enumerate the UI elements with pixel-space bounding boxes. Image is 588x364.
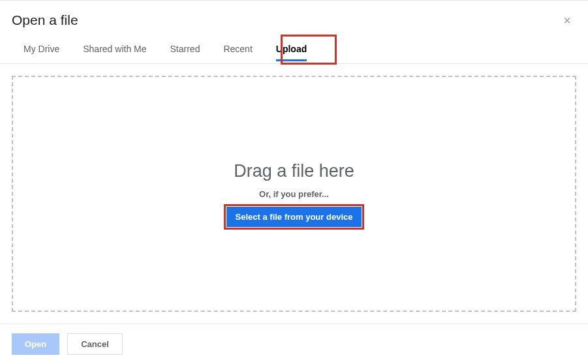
dialog-header: Open a file × <box>0 1 588 35</box>
or-text: Or, if you prefer... <box>259 189 329 199</box>
open-button[interactable]: Open <box>12 333 59 355</box>
open-file-dialog: Open a file × My Drive Shared with Me St… <box>0 0 588 364</box>
close-icon: × <box>563 13 571 27</box>
dialog-footer: Open Cancel <box>0 324 588 364</box>
tab-starred[interactable]: Starred <box>159 35 212 63</box>
select-file-button[interactable]: Select a file from your device <box>226 207 362 227</box>
tab-bar: My Drive Shared with Me Starred Recent U… <box>0 35 588 64</box>
upload-dropzone[interactable]: Drag a file here Or, if you prefer... Se… <box>12 76 576 312</box>
drag-instruction-text: Drag a file here <box>234 161 354 181</box>
tab-recent[interactable]: Recent <box>211 35 264 63</box>
cancel-button[interactable]: Cancel <box>67 333 123 355</box>
tab-my-drive[interactable]: My Drive <box>12 35 71 63</box>
content-area: Drag a file here Or, if you prefer... Se… <box>0 64 588 324</box>
select-button-wrap: Select a file from your device <box>226 207 362 227</box>
tab-upload[interactable]: Upload <box>264 35 318 63</box>
tab-shared-with-me[interactable]: Shared with Me <box>71 35 158 63</box>
dialog-title: Open a file <box>12 12 78 28</box>
close-button[interactable]: × <box>558 11 576 29</box>
